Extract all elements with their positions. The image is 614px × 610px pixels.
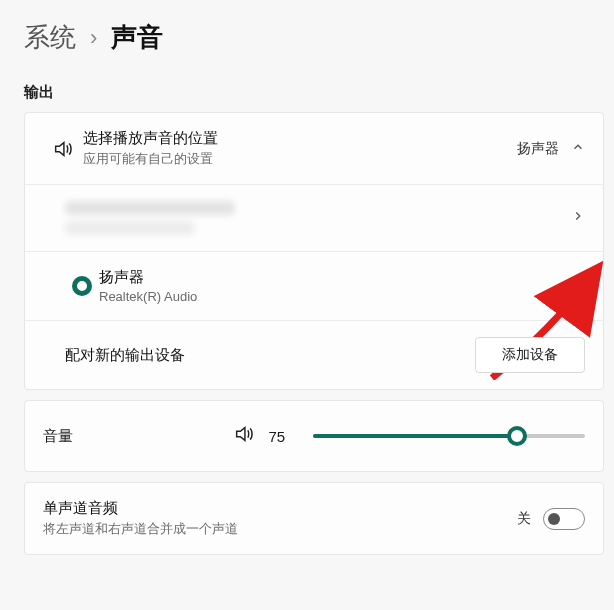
choose-output-value: 扬声器 bbox=[517, 140, 559, 158]
volume-row: 音量 75 bbox=[25, 401, 603, 471]
breadcrumb: 系统 › 声音 bbox=[24, 20, 604, 55]
output-card: 选择播放声音的位置 应用可能有自己的设置 扬声器 (已隐藏设备) 扬声器 Rea… bbox=[24, 112, 604, 390]
speaker-device-desc: Realtek(R) Audio bbox=[99, 289, 571, 304]
mono-card: 单声道音频 将左声道和右声道合并成一个声道 关 bbox=[24, 482, 604, 555]
chevron-up-icon bbox=[571, 140, 585, 158]
volume-value: 75 bbox=[269, 428, 299, 445]
breadcrumb-sound: 声音 bbox=[111, 20, 163, 55]
radio-selected-icon[interactable] bbox=[72, 276, 92, 296]
pair-output-label: 配对新的输出设备 bbox=[65, 346, 475, 365]
breadcrumb-system[interactable]: 系统 bbox=[24, 20, 76, 55]
choose-output-row[interactable]: 选择播放声音的位置 应用可能有自己的设置 扬声器 bbox=[25, 113, 603, 185]
volume-label: 音量 bbox=[43, 427, 91, 446]
add-device-button[interactable]: 添加设备 bbox=[475, 337, 585, 373]
mono-row: 单声道音频 将左声道和右声道合并成一个声道 关 bbox=[25, 483, 603, 554]
breadcrumb-separator-icon: › bbox=[90, 25, 97, 51]
choose-output-title: 选择播放声音的位置 bbox=[83, 129, 517, 148]
chevron-right-icon bbox=[571, 209, 585, 227]
mono-toggle[interactable] bbox=[543, 508, 585, 530]
output-device-hidden[interactable]: (已隐藏设备) bbox=[25, 185, 603, 252]
choose-output-subtitle: 应用可能有自己的设置 bbox=[83, 150, 517, 168]
volume-slider[interactable] bbox=[313, 426, 585, 446]
speaker-icon bbox=[43, 138, 83, 160]
volume-icon[interactable] bbox=[233, 423, 255, 449]
chevron-right-icon bbox=[571, 277, 585, 295]
speaker-device-name: 扬声器 bbox=[99, 268, 571, 287]
blurred-text-icon bbox=[65, 221, 195, 235]
volume-card: 音量 75 bbox=[24, 400, 604, 472]
output-device-speaker[interactable]: 扬声器 Realtek(R) Audio bbox=[25, 252, 603, 321]
output-heading: 输出 bbox=[24, 83, 604, 102]
mono-state-label: 关 bbox=[517, 510, 531, 528]
mono-title: 单声道音频 bbox=[43, 499, 517, 518]
mono-subtitle: 将左声道和右声道合并成一个声道 bbox=[43, 520, 517, 538]
pair-output-row: 配对新的输出设备 添加设备 bbox=[25, 321, 603, 389]
blurred-text-icon bbox=[65, 201, 235, 215]
